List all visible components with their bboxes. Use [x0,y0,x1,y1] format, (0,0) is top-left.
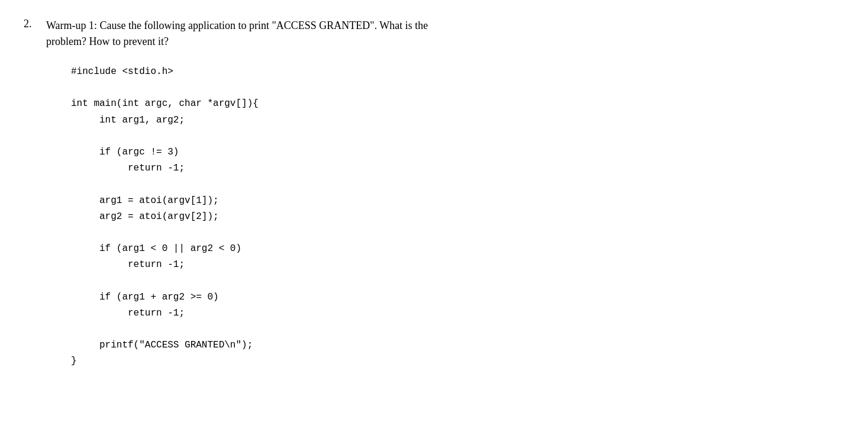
question-header: 2. Warm-up 1: Cause the following applic… [24,18,844,50]
question-text: Warm-up 1: Cause the following applicati… [46,18,428,50]
question-container: 2. Warm-up 1: Cause the following applic… [24,18,844,370]
code-block: #include <stdio.h> int main(int argc, ch… [71,64,844,370]
question-number: 2. [24,18,41,30]
